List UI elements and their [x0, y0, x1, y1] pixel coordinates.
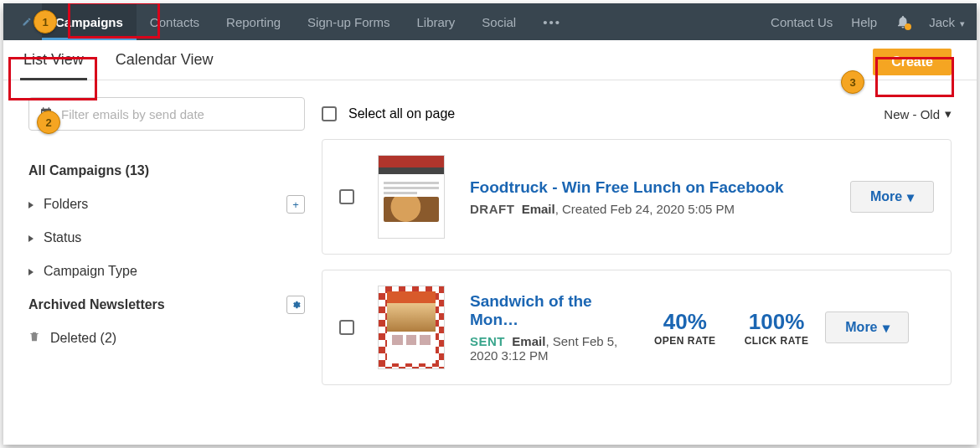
caret-right-icon — [28, 202, 35, 209]
user-menu[interactable]: Jack▾ — [929, 15, 965, 29]
nav-right: Contact Us Help Jack▾ — [771, 14, 965, 29]
select-all-checkbox[interactable] — [322, 106, 337, 121]
sidebar-deleted[interactable]: Deleted (2) — [28, 322, 305, 355]
nav-left: Campaigns Contacts Reporting Sign-up For… — [12, 3, 575, 40]
chevron-down-icon: ▾ — [907, 189, 914, 205]
nav-help[interactable]: Help — [851, 15, 877, 29]
gear-icon — [291, 300, 301, 310]
campaign-title-link[interactable]: Sandwich of the Mon… — [470, 292, 592, 328]
row-checkbox[interactable] — [339, 320, 354, 335]
nav-more-icon[interactable]: ••• — [529, 3, 575, 40]
click-rate-value: 100% — [745, 309, 809, 335]
chevron-down-icon: ▾ — [945, 106, 952, 121]
select-all-label: Select all on page — [348, 106, 455, 121]
status-badge: SENT — [470, 334, 505, 348]
sort-dropdown[interactable]: New - Old▾ — [884, 106, 952, 121]
user-name-label: Jack — [929, 15, 955, 29]
nav-social[interactable]: Social — [468, 3, 529, 40]
chevron-down-icon: ▾ — [960, 18, 965, 28]
add-folder-button[interactable]: + — [286, 195, 305, 214]
campaign-row: Sandwich of the Mon… SENT Email, Sent Fe… — [322, 270, 952, 385]
sidebar-archived[interactable]: Archived Newsletters — [28, 288, 305, 322]
nav-library[interactable]: Library — [403, 3, 468, 40]
chevron-down-icon: ▾ — [883, 320, 890, 336]
create-button[interactable]: Create — [873, 49, 952, 75]
list-header: Select all on page New - Old▾ — [322, 97, 952, 131]
open-rate-value: 40% — [654, 309, 716, 335]
view-tabs-row: List View Calendar View Create — [3, 40, 977, 80]
archived-settings-button[interactable] — [286, 296, 305, 314]
campaign-row: Foodtruck - Win Free Lunch on Facebook D… — [322, 139, 952, 255]
callout-badge: 3 — [841, 70, 864, 94]
nav-signup-forms[interactable]: Sign-up Forms — [294, 3, 403, 40]
sidebar: Filter emails by send date All Campaigns… — [28, 97, 322, 445]
campaign-thumbnail[interactable] — [378, 286, 445, 369]
pencil-icon — [22, 14, 32, 29]
campaign-meta: DRAFT Email, Created Feb 24, 2020 5:05 P… — [470, 202, 833, 216]
more-button[interactable]: More▾ — [825, 312, 909, 343]
caret-right-icon — [28, 235, 35, 242]
nav-contact-us[interactable]: Contact Us — [771, 15, 833, 29]
campaign-meta: SENT Email, Sent Feb 5, 2020 3:12 PM — [470, 334, 637, 363]
sidebar-folders[interactable]: Folders + — [28, 188, 305, 221]
sidebar-all-campaigns[interactable]: All Campaigns (13) — [28, 154, 305, 188]
campaign-list: Select all on page New - Old▾ Foodtruck … — [322, 97, 952, 445]
bell-icon[interactable] — [895, 14, 910, 29]
sidebar-campaign-type[interactable]: Campaign Type — [28, 255, 305, 288]
caret-right-icon — [28, 269, 35, 275]
campaign-stats: 40%OPEN RATE 100%CLICK RATE — [654, 309, 808, 347]
nav-reporting[interactable]: Reporting — [213, 3, 294, 40]
more-button[interactable]: More▾ — [850, 181, 934, 213]
sidebar-status[interactable]: Status — [28, 221, 305, 255]
row-checkbox[interactable] — [339, 189, 354, 204]
nav-contacts[interactable]: Contacts — [137, 3, 213, 40]
tab-list-view[interactable]: List View — [20, 40, 87, 80]
filter-by-date-input[interactable]: Filter emails by send date — [28, 97, 305, 131]
top-nav: Campaigns Contacts Reporting Sign-up For… — [3, 3, 977, 40]
callout-badge: 2 — [37, 111, 60, 134]
filter-placeholder: Filter emails by send date — [61, 107, 204, 121]
callout-badge: 1 — [34, 10, 57, 33]
campaign-title-link[interactable]: Foodtruck - Win Free Lunch on Facebook — [470, 178, 784, 196]
status-badge: DRAFT — [470, 202, 514, 216]
campaign-thumbnail[interactable] — [378, 155, 445, 239]
tab-calendar-view[interactable]: Calendar View — [112, 40, 217, 80]
trash-icon — [28, 331, 40, 346]
